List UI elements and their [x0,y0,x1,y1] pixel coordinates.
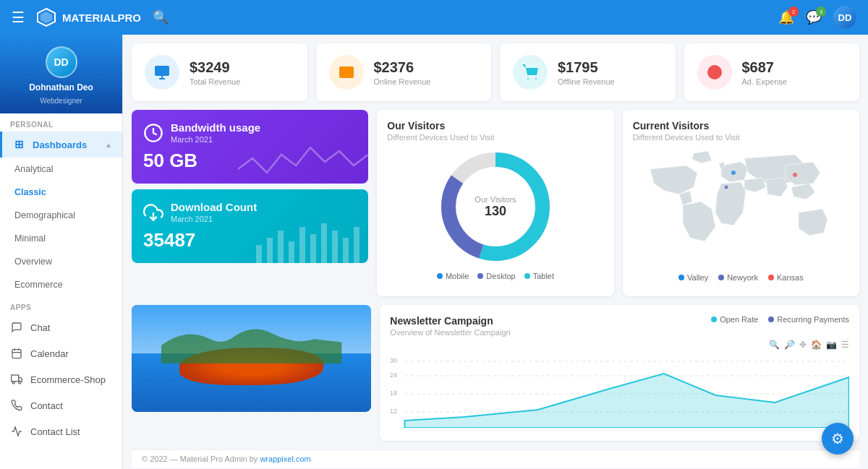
sidebar-item-calendar-label: Calendar [30,348,69,359]
dl-title: Download Count [171,201,257,213]
legend-newyork: Newyork [718,273,758,282]
chart-zoom-out-icon[interactable]: 🔍 [769,340,780,350]
search-icon[interactable]: 🔍 [153,9,169,25]
legend-desktop-label: Desktop [486,272,515,280]
svg-point-8 [12,382,14,384]
chart-menu-icon[interactable]: ☰ [841,340,849,350]
dashboards-icon: ⊞ [12,138,25,151]
total-revenue-value: $3249 [190,59,240,76]
sidebar-item-ecommerce-shop[interactable]: Ecommerce-Shop [0,366,122,392]
app-name: MATERIALPRO [62,12,141,24]
legend-kansas-label: Kansas [777,273,804,282]
main-content: $3249 Total Revenue $2376 Online Revenue [123,35,868,469]
app-logo: MATERIALPRO [36,7,141,27]
stat-card-offline-revenue: $1795 Offline Revenue [500,43,676,101]
donut-label-text: Our Visitors [475,195,516,204]
dl-info: Download Count March 2021 [171,201,257,223]
topnav-right: 🔔2 💬3 DD [778,6,856,29]
newsletter-title-block: Newsletter Campaign Overview of Newslett… [390,315,510,337]
bandwidth-chart [238,133,368,184]
photo-card [132,305,371,412]
map-legend: Valley Newyork Kansas [633,269,849,282]
download-icon [143,202,163,223]
chart-zoom-in-icon[interactable]: 🔎 [784,340,795,350]
sidebar-item-dashboards-label: Dashboards [33,139,87,150]
sidebar-item-overview[interactable]: Overview [0,250,122,273]
offline-revenue-info: $1795 Offline Revenue [558,59,615,86]
sidebar-item-chat[interactable]: Chat [0,314,122,340]
logo-icon [36,7,56,27]
hamburger-icon[interactable]: ☰ [12,9,25,26]
chart-camera-icon[interactable]: 📷 [826,340,837,350]
donut-center-label: Our Visitors 130 [475,195,516,219]
offline-revenue-icon [513,55,548,90]
download-card: Download Count March 2021 35487 [132,189,368,263]
svg-rect-25 [289,241,294,263]
stat-card-total-revenue: $3249 Total Revenue [132,43,307,101]
online-revenue-info: $2376 Online Revenue [374,59,431,86]
sidebar-item-dashboards[interactable]: ⊞ Dashboards ▲ [0,132,122,158]
sidebar-item-contact-label: Contact [30,400,63,411]
sidebar-item-demographical[interactable]: Demographical [0,204,122,227]
sidebar-item-classic[interactable]: Classic [0,181,122,204]
map-svg-wrap [633,142,849,269]
svg-rect-10 [155,66,169,76]
svg-point-16 [535,78,537,79]
sidebar-item-ecommerce-label: Ecommerce [14,280,63,290]
footer-link[interactable]: wrappixel.com [260,455,310,463]
ad-expense-info: $687 Ad. Expense [742,59,787,86]
notification-badge: 2 [788,7,799,17]
topnav: ☰ MATERIALPRO 🔍 🔔2 💬3 DD [0,0,868,35]
legend-desktop: Desktop [477,272,515,280]
sidebar-item-contact-list[interactable]: Contact List [0,418,122,444]
visitors-title: Our Visitors [387,120,603,132]
photo-inner [132,305,371,412]
svg-point-37 [793,173,797,177]
ad-expense-icon [697,55,732,90]
svg-rect-6 [12,375,19,382]
visitors-subtitle: Different Devices Used to Visit [387,133,603,142]
svg-marker-7 [19,377,22,381]
avatar[interactable]: DD [833,6,856,29]
total-revenue-label: Total Revenue [190,77,240,86]
sidebar-item-contact[interactable]: Contact [0,392,122,418]
svg-rect-27 [310,234,316,263]
svg-rect-30 [343,238,349,263]
stat-cards-row: $3249 Total Revenue $2376 Online Revenue [132,43,859,101]
download-chart [252,216,368,263]
ad-expense-value: $687 [742,59,787,76]
ad-expense-label: Ad. Expense [742,77,787,86]
chart-pan-icon[interactable]: ✥ [799,340,807,350]
valley-dot [678,275,684,280]
fab-settings[interactable]: ⚙ [822,423,854,455]
message-badge: 3 [816,7,826,17]
svg-text:24: 24 [390,371,397,379]
notifications-icon[interactable]: 🔔2 [778,9,794,25]
sidebar-item-calendar[interactable]: Calendar [0,340,122,366]
sidebar-item-ecommerce[interactable]: Ecommerce [0,273,122,296]
chart-home-icon[interactable]: 🏠 [811,340,822,350]
svg-rect-26 [299,227,305,263]
tablet-dot [524,273,530,279]
current-visitors-card: Current Visitors Different Devices Used … [623,110,859,296]
messages-icon[interactable]: 💬3 [806,9,822,25]
sidebar-item-minimal[interactable]: Minimal [0,227,122,250]
svg-point-15 [527,78,529,79]
footer-text: © 2022 — Material Pro Admin by [142,455,260,463]
calendar-icon [10,347,23,360]
world-map-svg [643,147,838,263]
legend-tablet-label: Tablet [533,272,554,280]
bw-title: Bandwidth usage [171,121,260,134]
legend-open-rate: Open Rate [711,315,758,324]
svg-rect-28 [321,223,327,263]
newsletter-chart-svg: 30 24 18 12 [390,356,849,428]
photo-hills-svg [132,321,371,363]
left-widgets: Bandwidth usage March 2021 50 GB [132,110,368,296]
svg-rect-31 [354,227,359,263]
chat-icon [10,321,23,334]
sidebar-item-analytical[interactable]: Analytical [0,158,122,181]
sidebar-item-demographical-label: Demographical [14,210,75,220]
bandwidth-card: Bandwidth usage March 2021 50 GB [132,110,368,184]
visitors-card: Our Visitors Different Devices Used to V… [377,110,613,296]
sidebar-item-overview-label: Overview [14,257,52,267]
